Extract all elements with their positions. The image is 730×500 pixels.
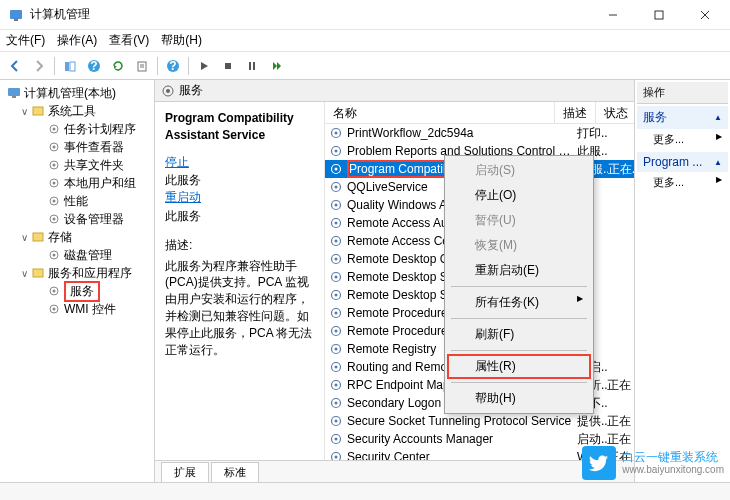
app-icon bbox=[8, 7, 24, 23]
tree-item[interactable]: 磁盘管理 bbox=[2, 246, 152, 264]
svg-point-42 bbox=[335, 132, 338, 135]
svg-rect-15 bbox=[253, 62, 255, 70]
nav-tree: 计算机管理(本地) ∨系统工具任务计划程序事件查看器共享文件夹本地用户和组性能设… bbox=[0, 80, 155, 482]
gear-icon bbox=[329, 288, 345, 302]
tree-item[interactable]: WMI 控件 bbox=[2, 300, 152, 318]
action-group-title: 服务▲ bbox=[637, 106, 728, 129]
detail-panel: Program Compatibility Assistant Service … bbox=[155, 102, 325, 460]
svg-point-58 bbox=[335, 276, 338, 279]
minimize-button[interactable] bbox=[590, 0, 636, 30]
svg-rect-3 bbox=[655, 11, 663, 19]
close-button[interactable] bbox=[682, 0, 728, 30]
service-row[interactable]: PrintWorkflow_2dc594a打印... bbox=[325, 124, 634, 142]
menu-action[interactable]: 操作(A) bbox=[57, 32, 97, 49]
svg-point-20 bbox=[53, 128, 56, 131]
stop-link[interactable]: 停止 bbox=[165, 154, 314, 171]
menu-view[interactable]: 查看(V) bbox=[109, 32, 149, 49]
action-item[interactable]: 更多... ▶ bbox=[637, 172, 728, 193]
svg-point-26 bbox=[53, 182, 56, 185]
context-menu-item[interactable]: 停止(O) bbox=[447, 183, 591, 208]
svg-rect-7 bbox=[70, 62, 75, 71]
tree-item[interactable]: 共享文件夹 bbox=[2, 156, 152, 174]
menu-help[interactable]: 帮助(H) bbox=[161, 32, 202, 49]
svg-point-74 bbox=[335, 420, 338, 423]
gear-icon bbox=[329, 414, 345, 428]
tree-item[interactable]: 设备管理器 bbox=[2, 210, 152, 228]
forward-button[interactable] bbox=[28, 55, 50, 77]
gear-icon bbox=[329, 360, 345, 374]
tree-group[interactable]: ∨服务和应用程序 bbox=[2, 264, 152, 282]
svg-point-24 bbox=[53, 164, 56, 167]
back-button[interactable] bbox=[4, 55, 26, 77]
pause-button[interactable] bbox=[241, 55, 263, 77]
watermark: 白云一键重装系统 www.baiyunxitong.com bbox=[582, 446, 724, 480]
tab-extended[interactable]: 扩展 bbox=[161, 462, 209, 482]
context-menu-item[interactable]: 帮助(H) bbox=[447, 386, 591, 411]
stop-button[interactable] bbox=[217, 55, 239, 77]
help-button[interactable]: ? bbox=[83, 55, 105, 77]
desc-label: 描述: bbox=[165, 237, 314, 254]
context-menu-item[interactable]: 属性(R) bbox=[447, 354, 591, 379]
tree-group[interactable]: ∨系统工具 bbox=[2, 102, 152, 120]
svg-rect-17 bbox=[12, 96, 16, 98]
svg-point-44 bbox=[335, 150, 338, 153]
gear-icon bbox=[329, 396, 345, 410]
gear-icon bbox=[329, 144, 345, 158]
gear-icon bbox=[329, 126, 345, 140]
svg-point-62 bbox=[335, 312, 338, 315]
svg-point-40 bbox=[166, 89, 170, 93]
col-status[interactable]: 状态 bbox=[596, 102, 634, 123]
tree-item[interactable]: 本地用户和组 bbox=[2, 174, 152, 192]
restart-button[interactable] bbox=[265, 55, 287, 77]
svg-rect-31 bbox=[33, 233, 43, 241]
refresh-button[interactable] bbox=[107, 55, 129, 77]
service-row[interactable]: Secure Socket Tunneling Protocol Service… bbox=[325, 412, 634, 430]
export-button[interactable] bbox=[131, 55, 153, 77]
svg-point-78 bbox=[335, 456, 338, 459]
menu-file[interactable]: 文件(F) bbox=[6, 32, 45, 49]
play-button[interactable] bbox=[193, 55, 215, 77]
svg-rect-14 bbox=[249, 62, 251, 70]
maximize-button[interactable] bbox=[636, 0, 682, 30]
svg-point-54 bbox=[335, 240, 338, 243]
show-hide-button[interactable] bbox=[59, 55, 81, 77]
gear-icon bbox=[329, 216, 345, 230]
action-item[interactable]: 更多... ▶ bbox=[637, 129, 728, 150]
col-desc[interactable]: 描述 bbox=[555, 102, 596, 123]
gear-icon bbox=[329, 180, 345, 194]
svg-point-76 bbox=[335, 438, 338, 441]
svg-rect-6 bbox=[65, 62, 69, 71]
svg-point-70 bbox=[335, 384, 338, 387]
tree-item[interactable]: 事件查看器 bbox=[2, 138, 152, 156]
gear-icon bbox=[161, 84, 175, 98]
svg-point-56 bbox=[335, 258, 338, 261]
svg-point-50 bbox=[335, 204, 338, 207]
tab-standard[interactable]: 标准 bbox=[211, 462, 259, 482]
svg-point-33 bbox=[53, 254, 56, 257]
restart-link[interactable]: 重启动 bbox=[165, 189, 314, 206]
svg-point-68 bbox=[335, 366, 338, 369]
svg-point-52 bbox=[335, 222, 338, 225]
context-menu-item[interactable]: 刷新(F) bbox=[447, 322, 591, 347]
context-menu: 启动(S)停止(O)暂停(U)恢复(M)重新启动(E)所有任务(K)刷新(F)属… bbox=[444, 155, 594, 414]
action-group-title: Program ...▲ bbox=[637, 152, 728, 172]
window-title: 计算机管理 bbox=[30, 6, 590, 23]
col-name[interactable]: 名称 bbox=[325, 102, 555, 123]
context-menu-item[interactable]: 所有任务(K) bbox=[447, 290, 591, 315]
tree-item[interactable]: 服务 bbox=[2, 282, 152, 300]
svg-rect-18 bbox=[33, 107, 43, 115]
context-menu-item: 恢复(M) bbox=[447, 233, 591, 258]
tree-item[interactable]: 任务计划程序 bbox=[2, 120, 152, 138]
svg-rect-0 bbox=[10, 10, 22, 19]
svg-point-30 bbox=[53, 218, 56, 221]
tree-root[interactable]: 计算机管理(本地) bbox=[2, 84, 152, 102]
gear-icon bbox=[329, 252, 345, 266]
tree-group[interactable]: ∨存储 bbox=[2, 228, 152, 246]
tree-item[interactable]: 性能 bbox=[2, 192, 152, 210]
context-menu-item[interactable]: 重新启动(E) bbox=[447, 258, 591, 283]
help2-button[interactable]: ? bbox=[162, 55, 184, 77]
desc-text: 此服务为程序兼容性助手(PCA)提供支持。PCA 监视由用户安装和运行的程序，并… bbox=[165, 258, 314, 359]
svg-rect-16 bbox=[8, 88, 20, 96]
svg-point-38 bbox=[53, 308, 56, 311]
svg-point-46 bbox=[335, 168, 338, 171]
